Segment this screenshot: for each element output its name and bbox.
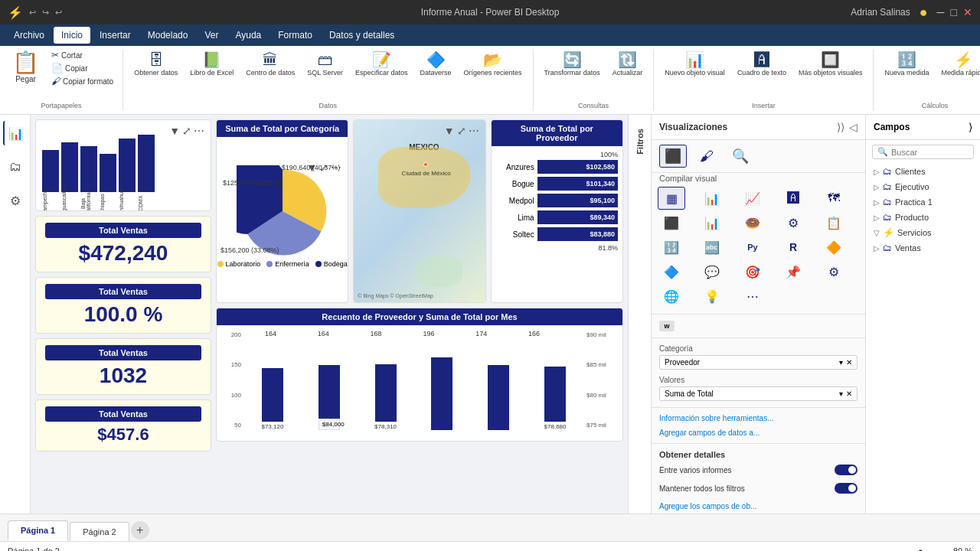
- viz-icon-globe[interactable]: 🌐: [658, 285, 685, 308]
- expand-icon[interactable]: ⤢: [182, 125, 191, 137]
- mas-objetos-button[interactable]: 🔲 Más objetos visuales: [794, 49, 867, 80]
- viz-icon-treemap[interactable]: 🔤: [698, 236, 726, 259]
- viz-icon-kpi[interactable]: 📋: [820, 211, 848, 234]
- map-expand-icon[interactable]: ⤢: [457, 125, 466, 137]
- paste-button[interactable]: 📋 Pegar: [6, 49, 45, 86]
- map-more-icon[interactable]: ⋯: [469, 125, 479, 137]
- valores-dropdown[interactable]: Suma de Total ▾ ✕: [659, 386, 858, 401]
- map-mexico-shape: [378, 147, 470, 208]
- sidebar-report-icon[interactable]: 📊: [3, 121, 28, 145]
- entre-informes-toggle[interactable]: [835, 465, 858, 475]
- origenes-button[interactable]: 📂 Orígenes recientes: [459, 49, 527, 80]
- field-practica[interactable]: ▷ 🗂 Practica 1: [866, 194, 980, 210]
- viz-icon-ribbon[interactable]: 🔷: [658, 260, 685, 283]
- cuadro-texto-button[interactable]: 🅰 Cuadro de texto: [733, 49, 791, 80]
- transformar-button[interactable]: 🔄 Transformar datos: [540, 49, 605, 80]
- viz-icon-python[interactable]: Py: [739, 236, 766, 259]
- field-expand-practica: ▷: [874, 198, 880, 207]
- viz-icon-bulb[interactable]: 💡: [698, 285, 726, 308]
- medida-rapida-button[interactable]: ⚡ Medida rápida: [937, 49, 980, 80]
- combo-bar-2: $84,000: [304, 346, 354, 430]
- viz-icon-gauge[interactable]: 🔢: [658, 236, 685, 259]
- combo-bar-bg-6: [544, 367, 566, 422]
- sidebar-data-icon[interactable]: 🗂: [3, 155, 28, 179]
- libro-excel-button[interactable]: 📗 Libro de Excel: [185, 49, 238, 80]
- page-add-button[interactable]: +: [131, 521, 149, 540]
- viz-icon-table[interactable]: ▦: [658, 187, 685, 210]
- page-tab-1[interactable]: Página 1: [8, 520, 68, 541]
- sidebar-model-icon[interactable]: ⚙: [3, 188, 28, 213]
- nueva-medida-button[interactable]: 🔢 Nueva medida: [880, 49, 933, 80]
- filter-icon[interactable]: ▼: [169, 125, 180, 137]
- viz-icon-donut[interactable]: 🍩: [739, 211, 766, 234]
- categoria-chevron-icon[interactable]: ▾: [839, 358, 843, 367]
- copy-button[interactable]: 📄 Copiar: [48, 62, 116, 74]
- viz-icon-stacked-bar[interactable]: ⬛: [658, 211, 685, 234]
- info-herramientas[interactable]: Información sobre herramientas...: [652, 411, 865, 425]
- viz-icon-line[interactable]: 📈: [739, 187, 766, 210]
- mantener-filtros-toggle[interactable]: [835, 483, 858, 494]
- obtener-datos-button[interactable]: 🗄 Obtener datos: [129, 49, 182, 80]
- viz-icon-column[interactable]: 📊: [698, 211, 726, 234]
- format-visual-button[interactable]: 🖌: [693, 145, 720, 168]
- field-clientes[interactable]: ▷ 🗂 Clientes: [866, 164, 980, 179]
- kpi-card-1: Total Ventas $472,240: [35, 216, 211, 272]
- viz-icon-target[interactable]: 🎯: [739, 260, 766, 283]
- field-servicios[interactable]: ▽ ⚡ Servicios: [866, 225, 980, 240]
- analyze-visual-button[interactable]: 🔍: [727, 145, 754, 168]
- undo2-icon[interactable]: ↩: [55, 8, 62, 18]
- viz-icon-tooltip[interactable]: 💬: [698, 260, 726, 283]
- agregar-campos[interactable]: Agregar campos de datos a...: [652, 425, 865, 440]
- viz-icon-decomp[interactable]: 🔶: [820, 236, 848, 259]
- map-filter-icon[interactable]: ▼: [444, 125, 455, 137]
- redo-icon[interactable]: ↪: [42, 8, 49, 18]
- viz-icon-area[interactable]: 🅰: [779, 187, 807, 210]
- especificar-datos-button[interactable]: 📝 Especificar datos: [351, 49, 413, 80]
- viz-icon-r[interactable]: R: [779, 236, 807, 259]
- actualizar-button[interactable]: 🔃 Actualizar: [608, 49, 648, 80]
- menu-ayuda[interactable]: Ayuda: [227, 27, 269, 44]
- menu-datos[interactable]: Datos y detalles: [322, 27, 402, 44]
- valores-chevron-icon[interactable]: ▾: [839, 390, 843, 398]
- dataverse-button[interactable]: 🔷 Dataverse: [416, 49, 456, 80]
- menu-insertar[interactable]: Insertar: [92, 27, 139, 44]
- menu-modelado[interactable]: Modelado: [140, 27, 196, 44]
- build-visual-button[interactable]: ⬛: [659, 145, 687, 168]
- viz-icon-scatter[interactable]: ⚙: [779, 211, 807, 234]
- maximize-button[interactable]: □: [951, 6, 957, 18]
- categoria-remove-icon[interactable]: ✕: [846, 358, 852, 367]
- menu-archivo[interactable]: Archivo: [6, 27, 52, 44]
- viz-icon-map[interactable]: 🗺: [820, 187, 848, 210]
- nuevo-objeto-button[interactable]: 📊 Nuevo objeto visual: [660, 49, 730, 80]
- close-button[interactable]: ✕: [963, 6, 972, 18]
- viz-icon-custom1[interactable]: 📌: [779, 260, 807, 283]
- agregar-campos-ob[interactable]: Agregue los campos de ob...: [652, 499, 865, 514]
- valores-remove-icon[interactable]: ✕: [846, 390, 852, 398]
- field-expand-ejecutivo: ▷: [874, 183, 880, 191]
- minimize-button[interactable]: ─: [937, 6, 945, 18]
- page-tab-2[interactable]: Página 2: [70, 522, 129, 541]
- field-ventas[interactable]: ▷ 🗂 Ventas: [866, 240, 980, 256]
- undo-icon[interactable]: ↩: [29, 8, 36, 18]
- more-icon[interactable]: ⋯: [194, 125, 204, 137]
- categoria-dropdown[interactable]: Proveedor ▾ ✕: [659, 355, 858, 370]
- centro-datos-button[interactable]: 🏛 Centro de datos: [241, 49, 299, 80]
- zoom-slider-icon[interactable]: ─●────: [912, 546, 947, 552]
- viz-icon-custom2[interactable]: ⚙: [820, 260, 848, 283]
- field-producto[interactable]: ▷ 🗂 Producto: [866, 210, 980, 225]
- viz-icon-more[interactable]: ⋯: [739, 285, 766, 308]
- viz-expand-icon[interactable]: ⟩⟩: [837, 121, 844, 133]
- w-indicator[interactable]: w: [659, 321, 675, 331]
- fields-expand-icon[interactable]: ⟩: [969, 121, 972, 133]
- field-ejecutivo[interactable]: ▷ 🗂 Ejecutivo: [866, 179, 980, 194]
- viz-collapse-icon[interactable]: ◁: [849, 121, 858, 133]
- menu-inicio[interactable]: Inicio: [54, 27, 90, 44]
- fields-search-input[interactable]: [891, 148, 969, 157]
- menu-ver[interactable]: Ver: [197, 27, 226, 44]
- cut-button[interactable]: ✂ Cortar: [48, 49, 116, 61]
- medida-rapida-icon: ⚡: [954, 52, 973, 67]
- viz-icon-bar[interactable]: 📊: [698, 187, 726, 210]
- format-paste-button[interactable]: 🖌 Copiar formato: [48, 75, 116, 87]
- sql-server-button[interactable]: 🗃 SQL Server: [302, 49, 348, 80]
- menu-formato[interactable]: Formato: [270, 27, 320, 44]
